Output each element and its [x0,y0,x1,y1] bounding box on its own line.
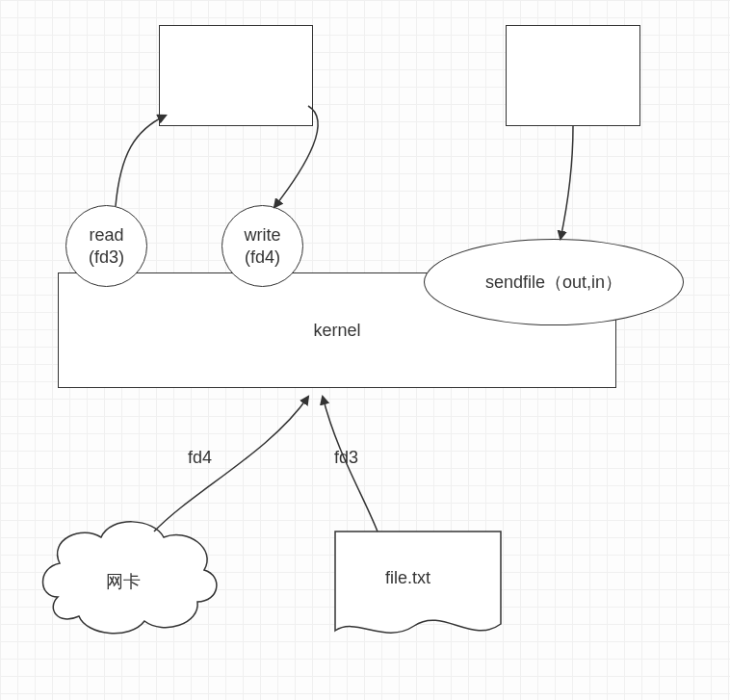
read-label: read (fd3) [89,224,124,268]
write-label: write (fd4) [244,224,280,268]
box-top-right [506,25,640,126]
sendfile-node: sendfile（out,in） [424,239,684,325]
sendfile-label: sendfile（out,in） [485,271,622,294]
read-fd3: read (fd3) [65,205,147,287]
fd3-label: fd3 [334,448,358,468]
write-fd4: write (fd4) [222,205,303,287]
box-top-left [159,25,313,126]
nic-label: 网卡 [106,570,141,593]
fd4-label: fd4 [188,448,212,468]
kernel-label: kernel [313,321,360,341]
file-label: file.txt [385,568,430,588]
